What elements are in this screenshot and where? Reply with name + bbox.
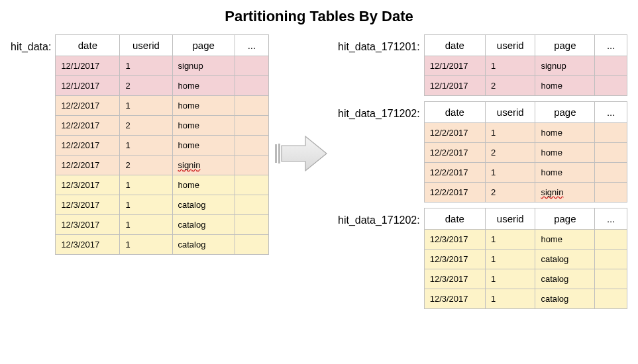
col-ell: ...: [595, 208, 627, 230]
arrow-right-icon: [274, 134, 329, 173]
cell-userid: 2: [486, 183, 535, 203]
header-row: dateuseridpage...: [424, 208, 627, 230]
partition-table: dateuseridpage...12/2/20171home12/2/2017…: [424, 101, 627, 203]
cell-page: home: [172, 175, 235, 195]
cell-userid: 1: [120, 175, 172, 195]
cell-page: home: [535, 123, 595, 143]
table-body: 12/1/20171signup12/1/20172home: [424, 56, 627, 96]
col-userid: userid: [486, 35, 535, 56]
table-row: 12/1/20171signup: [56, 56, 269, 76]
source-column: hit_data: dateuseridpage... 12/1/20171si…: [11, 34, 269, 260]
col-userid: userid: [486, 208, 535, 230]
col-userid: userid: [120, 35, 172, 56]
table-row: 12/2/20172signin: [424, 183, 627, 203]
header-row: dateuseridpage...: [56, 35, 269, 56]
cell-ell: [595, 123, 627, 143]
cell-userid: 1: [120, 56, 172, 76]
table-row: 12/3/20171catalog: [56, 195, 269, 215]
cell-userid: 1: [486, 250, 535, 269]
cell-date: 12/2/2017: [56, 136, 120, 156]
header-row: dateuseridpage...: [424, 35, 627, 56]
cell-date: 12/2/2017: [424, 163, 485, 183]
partition-table-wrap: hit_data_171201:dateuseridpage...12/1/20…: [338, 34, 627, 96]
cell-page: catalog: [535, 250, 595, 269]
cell-ell: [595, 56, 627, 76]
table-header: dateuseridpage...: [56, 35, 269, 56]
cell-userid: 1: [120, 136, 172, 156]
table-label: hit_data_171201:: [338, 34, 424, 53]
cell-userid: 1: [486, 163, 535, 183]
cell-page: signup: [535, 56, 595, 76]
col-ell: ...: [595, 102, 627, 123]
partition-table: dateuseridpage...12/3/20171home12/3/2017…: [424, 208, 627, 309]
cell-page: catalog: [535, 269, 595, 289]
cell-date: 12/1/2017: [56, 76, 120, 96]
table-label: hit_data_171202:: [338, 101, 424, 120]
header-row: dateuseridpage...: [424, 102, 627, 123]
cell-userid: 2: [486, 76, 535, 96]
cell-date: 12/2/2017: [56, 156, 120, 175]
cell-page: home: [172, 136, 235, 156]
svg-rect-0: [275, 144, 277, 163]
cell-userid: 2: [120, 156, 172, 175]
col-page: page: [535, 102, 595, 123]
cell-page: catalog: [535, 289, 595, 309]
col-ell: ...: [235, 35, 268, 56]
table-body: 12/1/20171signup12/1/20172home12/2/20171…: [56, 56, 269, 255]
cell-page: home: [535, 163, 595, 183]
table-row: 12/2/20171home: [56, 136, 269, 156]
cell-ell: [595, 230, 627, 250]
cell-page: home: [172, 116, 235, 136]
cell-page: signin: [172, 156, 235, 175]
col-ell: ...: [595, 35, 627, 56]
table-row: 12/3/20171home: [424, 230, 627, 250]
page-title: Partitioning Tables By Date: [11, 8, 627, 25]
cell-userid: 1: [486, 56, 535, 76]
table-row: 12/2/20172home: [424, 143, 627, 163]
cell-ell: [235, 116, 268, 136]
col-date: date: [424, 35, 485, 56]
cell-ell: [235, 76, 268, 96]
cell-ell: [235, 235, 268, 255]
cell-date: 12/2/2017: [424, 143, 485, 163]
cell-date: 12/1/2017: [424, 76, 485, 96]
cell-page: home: [535, 143, 595, 163]
cell-date: 12/3/2017: [424, 269, 485, 289]
cell-ell: [595, 163, 627, 183]
cell-page: home: [535, 76, 595, 96]
col-userid: userid: [486, 102, 535, 123]
cell-page: home: [535, 230, 595, 250]
table-label: hit_data_171202:: [338, 208, 424, 226]
cell-userid: 1: [120, 195, 172, 215]
cell-date: 12/3/2017: [424, 250, 485, 269]
cell-page: home: [172, 96, 235, 116]
cell-date: 12/3/2017: [56, 235, 120, 255]
cell-date: 12/3/2017: [56, 195, 120, 215]
svg-rect-1: [278, 144, 280, 163]
col-date: date: [424, 102, 485, 123]
table-row: 12/2/20171home: [56, 96, 269, 116]
cell-ell: [235, 195, 268, 215]
cell-userid: 1: [120, 215, 172, 235]
col-date: date: [56, 35, 120, 56]
source-table: dateuseridpage... 12/1/20171signup12/1/2…: [55, 34, 269, 255]
cell-ell: [595, 289, 627, 309]
col-page: page: [535, 208, 595, 230]
cell-date: 12/3/2017: [56, 175, 120, 195]
cell-userid: 2: [120, 116, 172, 136]
table-label: hit_data:: [11, 34, 55, 53]
cell-ell: [595, 143, 627, 163]
cell-date: 12/1/2017: [56, 56, 120, 76]
table-row: 12/3/20171catalog: [424, 250, 627, 269]
table-row: 12/1/20172home: [424, 76, 627, 96]
cell-page: home: [172, 76, 235, 96]
cell-userid: 1: [486, 123, 535, 143]
table-header: dateuseridpage...: [424, 102, 627, 123]
cell-ell: [235, 96, 268, 116]
arrow-column: [272, 34, 331, 173]
cell-ell: [595, 250, 627, 269]
partition-table-wrap: hit_data_171202:dateuseridpage...12/2/20…: [338, 101, 627, 203]
table-header: dateuseridpage...: [424, 35, 627, 56]
cell-ell: [235, 156, 268, 175]
cell-date: 12/2/2017: [424, 183, 485, 203]
